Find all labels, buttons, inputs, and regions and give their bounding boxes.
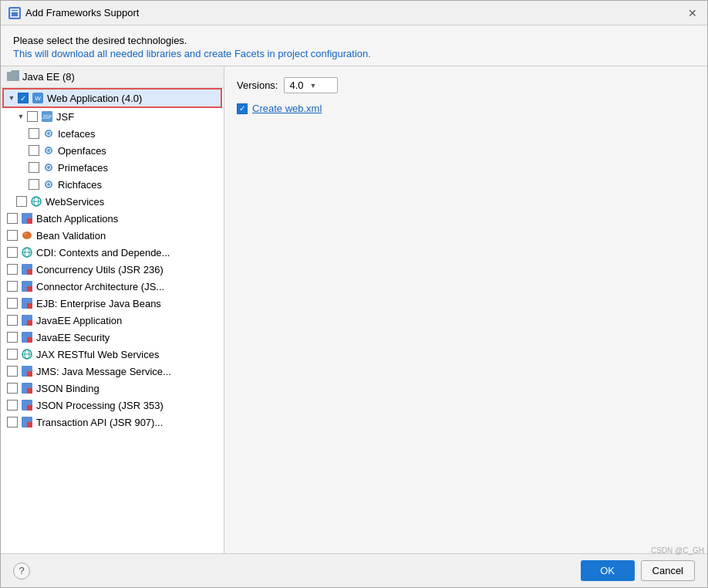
- item-label: CDI: Contexts and Depende...: [36, 247, 170, 259]
- item-label: JavaEE Application: [36, 315, 122, 326]
- checkbox-bean-validation[interactable]: [7, 230, 18, 241]
- tree-item-json-binding[interactable]: JSON Binding: [1, 380, 224, 397]
- svg-point-20: [24, 233, 27, 235]
- description-line1: Please select the desired technologies.: [13, 35, 695, 46]
- item-label: JavaEE Security: [36, 332, 110, 343]
- checkbox-batch[interactable]: [7, 213, 18, 224]
- checkbox-transaction[interactable]: [7, 417, 18, 427]
- tree-item-concurrency[interactable]: Concurrency Utils (JSR 236): [1, 261, 224, 278]
- tree-item-openfaces[interactable]: Openfaces: [1, 142, 224, 159]
- help-button[interactable]: ?: [13, 563, 30, 580]
- item-label: JSON Processing (JSR 353): [36, 400, 164, 411]
- svg-rect-0: [11, 9, 19, 17]
- checkbox-ejb[interactable]: [7, 298, 18, 309]
- tree-item-icefaces[interactable]: Icefaces: [1, 125, 224, 142]
- tree-item-batch[interactable]: Batch Applications: [1, 210, 224, 227]
- tree-item-primefaces[interactable]: Primefaces: [1, 159, 224, 176]
- ok-button[interactable]: OK: [581, 560, 635, 581]
- svg-rect-29: [27, 303, 32, 309]
- create-xml-checkbox[interactable]: ✓: [237, 103, 248, 114]
- create-xml-label[interactable]: Create web.xml: [252, 103, 322, 114]
- module-icon: [21, 297, 33, 309]
- chevron-down-icon: ▼: [7, 93, 16, 103]
- tree-item-jax-rest[interactable]: JAX RESTful Web Services: [1, 346, 224, 363]
- tree-item-cdi[interactable]: CDI: Contexts and Depende...: [1, 244, 224, 261]
- versions-value: 4.0: [289, 79, 303, 91]
- item-label: Concurrency Utils (JSR 236): [36, 264, 164, 275]
- tree-item-transaction[interactable]: Transaction API (JSR 907)...: [1, 414, 224, 431]
- checkbox-richfaces[interactable]: [29, 179, 39, 190]
- description-area: Please select the desired technologies. …: [1, 25, 707, 66]
- gear-icon: [42, 161, 55, 174]
- item-label: Web Application (4.0): [47, 93, 142, 104]
- svg-point-7: [47, 132, 50, 135]
- svg-text:W: W: [35, 95, 41, 102]
- close-button[interactable]: ✕: [686, 6, 700, 20]
- tree-item-web-app[interactable]: ▼ W Web Application (4.0): [2, 88, 222, 108]
- checkbox-javaee-security[interactable]: [7, 332, 18, 343]
- svg-text:JSF: JSF: [42, 114, 52, 120]
- module-icon: [21, 280, 33, 292]
- checkbox-cdi[interactable]: [7, 247, 18, 258]
- checkbox-jax-rest[interactable]: [7, 349, 18, 360]
- cancel-button[interactable]: Cancel: [641, 560, 695, 581]
- create-xml-row: ✓ Create web.xml: [237, 103, 695, 114]
- svg-rect-18: [27, 218, 32, 224]
- item-label: JMS: Java Message Service...: [36, 366, 171, 377]
- chevron-down-icon: ▼: [16, 112, 25, 121]
- checkbox-primefaces[interactable]: [29, 162, 39, 173]
- module-icon: [21, 263, 33, 275]
- tree-item-richfaces[interactable]: Richfaces: [1, 176, 224, 193]
- item-label: JSF: [56, 111, 74, 123]
- tree-item-connector[interactable]: Connector Architecture (JS...: [1, 278, 224, 295]
- gear-icon: [42, 144, 55, 157]
- svg-rect-42: [27, 405, 32, 411]
- checkbox-web-app[interactable]: [18, 93, 29, 103]
- checkbox-concurrency[interactable]: [7, 264, 18, 275]
- item-label: Bean Validation: [36, 230, 106, 242]
- tree-item-bean-validation[interactable]: Bean Validation: [1, 227, 224, 244]
- item-label: Openfaces: [58, 145, 106, 157]
- right-panel: Versions: 4.0 ▼ ✓ Create web.xml: [224, 66, 707, 553]
- tree-item-javaee-security[interactable]: JavaEE Security: [1, 329, 224, 346]
- module-icon: [21, 382, 33, 394]
- item-label: Connector Architecture (JS...: [36, 281, 164, 292]
- description-line2: This will download all needed libraries …: [13, 48, 695, 59]
- svg-rect-38: [27, 371, 32, 377]
- svg-rect-27: [27, 286, 32, 292]
- jsf-icon: JSF: [41, 110, 53, 123]
- checkbox-connector[interactable]: [7, 281, 18, 292]
- item-label: JAX RESTful Web Services: [36, 349, 159, 360]
- tree-item-ejb[interactable]: EJB: Enterprise Java Beans: [1, 295, 224, 312]
- checkbox-javaee-app[interactable]: [7, 315, 18, 326]
- checkbox-icefaces[interactable]: [29, 128, 39, 139]
- checkbox-webservices[interactable]: [16, 196, 27, 207]
- add-frameworks-dialog: Add Frameworks Support ✕ Please select t…: [0, 0, 708, 588]
- checkbox-json-binding[interactable]: [7, 383, 18, 394]
- gear-icon: [42, 178, 55, 191]
- item-label: WebServices: [46, 196, 104, 208]
- item-label: Transaction API (JSR 907)...: [36, 417, 163, 428]
- tree-item-json-processing[interactable]: JSON Processing (JSR 353): [1, 397, 224, 414]
- title-bar: Add Frameworks Support ✕: [1, 1, 707, 25]
- svg-point-11: [47, 166, 50, 169]
- checkbox-json-processing[interactable]: [7, 400, 18, 411]
- tree-item-jsf[interactable]: ▼ JSF JSF: [1, 108, 224, 125]
- tree-group-javaee: Java EE (8): [1, 66, 224, 88]
- tree-item-jms[interactable]: JMS: Java Message Service...: [1, 363, 224, 380]
- teal-icon: [21, 246, 33, 259]
- checkbox-jms[interactable]: [7, 366, 18, 377]
- dialog-title: Add Frameworks Support: [25, 7, 139, 19]
- main-content: Java EE (8) ▼ W Web Application (4.0) ▼: [1, 66, 707, 553]
- checkbox-openfaces[interactable]: [29, 145, 39, 156]
- item-label: Batch Applications: [36, 213, 118, 225]
- tree-item-javaee-app[interactable]: JavaEE Application: [1, 312, 224, 329]
- framework-tree[interactable]: Java EE (8) ▼ W Web Application (4.0) ▼: [1, 66, 224, 553]
- tree-item-webservices[interactable]: WebServices: [1, 193, 224, 210]
- item-label: Icefaces: [58, 128, 95, 140]
- checkbox-jsf[interactable]: [27, 111, 38, 122]
- bean-icon: [21, 229, 33, 242]
- svg-rect-33: [27, 337, 32, 343]
- dialog-footer: ? OK Cancel: [1, 553, 707, 587]
- versions-select[interactable]: 4.0 ▼: [284, 77, 338, 93]
